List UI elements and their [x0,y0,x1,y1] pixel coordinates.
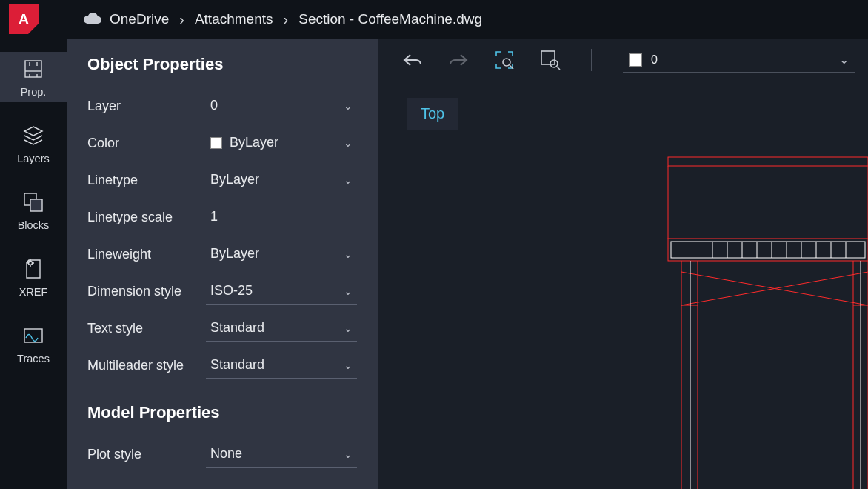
chevron-down-icon: ⌄ [344,137,353,149]
section-title-object: Object Properties [87,55,357,74]
chevron-down-icon: ⌄ [344,174,353,186]
chevron-down-icon: ⌄ [344,448,353,460]
chevron-right-icon: › [179,11,184,28]
prop-value-linetype[interactable]: ByLayer ⌄ [206,167,357,193]
chevron-down-icon: ⌄ [839,53,849,67]
prop-label-text-style: Text style [87,321,206,336]
undo-button[interactable] [400,47,425,73]
prop-label-linetype-scale: Linetype scale [87,210,206,225]
prop-value-lineweight[interactable]: ByLayer ⌄ [206,241,357,267]
sidebar-item-label: Prop. [21,86,47,98]
layer-color-swatch [629,53,642,67]
chevron-down-icon: ⌄ [344,322,353,334]
view-orientation-badge[interactable]: Top [407,98,458,130]
properties-icon [21,56,46,82]
prop-value-linetype-scale[interactable]: 1 [206,204,357,230]
traces-icon [21,323,46,348]
current-layer-selector[interactable]: 0 ⌄ [623,47,855,73]
breadcrumb-item-2[interactable]: Section - CoffeeMachine.dwg [298,11,482,27]
svg-rect-27 [671,242,865,258]
sidebar: Prop. Layers Blocks XREF Traces [0,39,67,489]
sidebar-item-layers[interactable]: Layers [0,119,67,169]
section-title-model: Model Properties [87,403,357,422]
zoom-extents-button[interactable] [492,47,517,73]
chevron-down-icon: ⌄ [344,248,353,260]
canvas-toolbar: 0 ⌄ [378,39,868,76]
sidebar-item-traces[interactable]: Traces [0,319,67,369]
top-bar: A OneDrive › Attachments › Section - Cof… [0,0,868,39]
svg-rect-0 [25,61,41,77]
prop-value-color[interactable]: ByLayer ⌄ [206,130,357,156]
chevron-down-icon: ⌄ [344,285,353,297]
toolbar-separator [591,49,592,71]
sidebar-item-blocks[interactable]: Blocks [0,185,67,236]
canvas-area[interactable]: 0 ⌄ Top [378,39,868,489]
svg-point-8 [29,262,33,265]
svg-rect-7 [30,199,42,211]
prop-value-text-style[interactable]: Standard ⌄ [206,315,357,342]
sidebar-item-xref[interactable]: XREF [0,252,67,302]
svg-rect-15 [668,157,868,166]
color-swatch [210,137,222,149]
redo-button[interactable] [446,47,471,73]
svg-point-13 [550,60,558,67]
svg-point-10 [503,59,510,66]
chevron-down-icon: ⌄ [344,100,353,112]
cloud-icon [83,11,102,28]
xref-icon [21,256,46,282]
prop-value-dimension-style[interactable]: ISO-25 ⌄ [206,278,357,305]
svg-line-14 [557,67,560,70]
layers-icon [21,123,46,148]
blocks-icon [21,190,46,215]
zoom-window-button[interactable] [538,47,563,73]
sidebar-item-label: Traces [17,353,50,365]
sidebar-item-label: XREF [19,286,48,298]
app-logo[interactable]: A [9,4,39,34]
chevron-down-icon: ⌄ [344,359,353,371]
prop-label-layer: Layer [87,99,206,114]
prop-label-plot-style: Plot style [87,447,206,462]
breadcrumb-item-0[interactable]: OneDrive [110,11,169,27]
sidebar-item-label: Layers [17,153,50,164]
sidebar-item-label: Blocks [18,219,50,231]
chevron-right-icon: › [284,11,289,28]
drawing-canvas [646,150,868,489]
breadcrumb-item-1[interactable]: Attachments [195,11,273,27]
prop-label-lineweight: Lineweight [87,247,206,262]
prop-label-dimension-style: Dimension style [87,284,206,299]
logo-letter: A [19,11,29,28]
current-layer-value: 0 [651,53,658,67]
properties-panel: Object Properties Layer 0 ⌄ Color ByLaye… [67,39,378,489]
svg-rect-12 [541,51,555,64]
prop-value-plot-style[interactable]: None ⌄ [206,441,357,468]
prop-label-color: Color [87,136,206,151]
prop-label-linetype: Linetype [87,173,206,188]
prop-value-multileader-style[interactable]: Standard ⌄ [206,352,357,379]
prop-value-layer[interactable]: 0 ⌄ [206,93,357,119]
sidebar-item-properties[interactable]: Prop. [0,52,67,102]
prop-label-multileader-style: Multileader style [87,358,206,373]
